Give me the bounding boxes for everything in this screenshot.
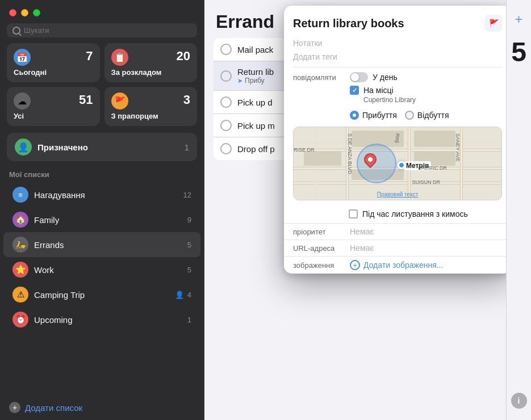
work-name: Work: [34, 265, 187, 275]
assigned-left: 👤 Призначено: [15, 138, 88, 156]
search-bar[interactable]: [7, 23, 197, 37]
camping-icon: ⚠: [12, 287, 28, 303]
my-lists-label: Мої списки: [0, 170, 204, 182]
map-container[interactable]: Метрів S DE ANZA BLVD RISE DR PACIFIC DR…: [293, 127, 502, 200]
notify-day-row: У день: [350, 72, 502, 82]
map-road-2: RISE DR: [294, 147, 315, 153]
close-button[interactable]: [9, 9, 16, 16]
minimize-button[interactable]: [21, 9, 28, 16]
today-count: 7: [86, 49, 93, 64]
correspondence-label: Під час листування з кимось: [362, 209, 468, 219]
all-label: Усі: [14, 112, 93, 120]
notify-content: У день На місці Cupertino Library Прибут…: [350, 72, 502, 120]
notify-day-toggle[interactable]: [350, 72, 368, 82]
location-block: На місці Cupertino Library: [350, 86, 502, 104]
all-icon: ☁: [14, 93, 31, 110]
popup-title: Return library books: [293, 17, 404, 30]
list-item-family[interactable]: 🏠 Family 9: [3, 207, 200, 232]
add-image-plus-icon: +: [350, 260, 360, 270]
main-content: Errand Mail pack Return lib ➤ Прибу Pick…: [204, 0, 506, 420]
camping-name: Camping Trip: [34, 290, 175, 300]
scheduled-icon: 📋: [111, 49, 128, 66]
upcoming-icon: ⏰: [12, 312, 28, 327]
traffic-lights: [0, 0, 204, 21]
add-list-plus-icon: +: [9, 402, 20, 413]
today-label: Сьогодні: [14, 68, 93, 77]
notify-day-label: У день: [373, 73, 398, 82]
flagged-label: З прапорцем: [111, 112, 191, 120]
errands-count: 5: [187, 241, 191, 249]
assigned-label: Призначено: [37, 142, 88, 152]
list-item-errands[interactable]: 🛵 Errands 5: [3, 232, 200, 257]
family-name: Family: [34, 215, 187, 225]
task-checkbox-4[interactable]: [220, 120, 232, 131]
assigned-icon: 👤: [15, 138, 32, 156]
map-road-4: SANEY AVE: [455, 133, 461, 162]
task-checkbox-1[interactable]: [220, 44, 232, 55]
location-checkbox[interactable]: [350, 86, 359, 95]
departure-label: Відбуття: [417, 111, 449, 120]
assigned-row[interactable]: 👤 Призначено 1: [7, 133, 197, 161]
all-count: 51: [79, 93, 93, 107]
upcoming-count: 1: [187, 316, 191, 324]
image-row: зображення + Додати зображення...: [284, 256, 506, 274]
add-list-label: Додати список: [25, 403, 82, 413]
smart-card-scheduled[interactable]: 📋 20 За розкладом: [104, 43, 198, 82]
reminders-name: Нагадування: [34, 190, 183, 200]
priority-label: пріоритет: [293, 228, 344, 236]
camping-count: 4: [187, 291, 191, 299]
list-item-upcoming[interactable]: ⏰ Upcoming 1: [3, 307, 200, 332]
info-button[interactable]: i: [511, 393, 527, 409]
notify-row-container: повідомляти У день На місці Cupertino Li…: [284, 68, 506, 124]
arrival-radio[interactable]: Прибуття: [350, 111, 397, 120]
popup-notes[interactable]: Нотатки: [284, 36, 506, 50]
flagged-count: 3: [183, 93, 190, 107]
reminders-count: 12: [183, 191, 191, 199]
smart-card-all[interactable]: ☁ 51 Усі: [7, 87, 100, 126]
location-notify-label: На місці: [363, 86, 394, 95]
smart-lists: 📅 7 Сьогодні 📋 20 За розкладом ☁ 51 Усі …: [0, 43, 204, 133]
list-items: ≡ Нагадування 12 🏠 Family 9 🛵 Errands 5 …: [0, 182, 204, 395]
task-checkbox-5[interactable]: [220, 143, 232, 154]
popup-tags[interactable]: Додати теги: [284, 50, 506, 67]
assigned-count: 1: [185, 142, 189, 152]
map-legal-text[interactable]: Правовий текст: [377, 191, 418, 198]
priority-value: Немає: [350, 227, 374, 236]
search-icon: [12, 27, 20, 35]
list-item-work[interactable]: ⭐ Work 5: [3, 257, 200, 282]
search-input[interactable]: [24, 26, 191, 35]
errands-name: Errands: [34, 240, 187, 250]
work-count: 5: [187, 266, 191, 274]
location-check-row: На місці: [350, 86, 502, 95]
map-road-3: PACIFIC DR: [419, 165, 447, 171]
map-background: Метрів S DE ANZA BLVD RISE DR PACIFIC DR…: [294, 127, 501, 200]
map-road-6: Reg: [395, 133, 400, 143]
task-checkbox-3[interactable]: [220, 96, 232, 108]
scheduled-label: За розкладом: [111, 68, 191, 77]
reminders-icon: ≡: [12, 187, 28, 203]
arrival-departure: Прибуття Відбуття: [350, 111, 502, 120]
fullscreen-button[interactable]: [33, 9, 40, 16]
camping-badge: 👤 4: [175, 291, 191, 299]
popup-flag-button[interactable]: 🚩: [485, 15, 502, 32]
add-image-label: Додати зображення...: [363, 261, 443, 270]
smart-card-flagged[interactable]: 🚩 3 З прапорцем: [104, 87, 198, 126]
sidebar: 📅 7 Сьогодні 📋 20 За розкладом ☁ 51 Усі …: [0, 0, 204, 420]
task-checkbox-2[interactable]: [220, 70, 232, 82]
upcoming-name: Upcoming: [34, 315, 187, 325]
url-value: Немає: [350, 243, 374, 253]
add-task-button[interactable]: +: [515, 11, 522, 27]
correspondence-checkbox[interactable]: [349, 209, 358, 219]
departure-radio[interactable]: Відбуття: [405, 111, 449, 120]
list-item-camping[interactable]: ⚠ Camping Trip 👤 4: [3, 282, 200, 307]
family-count: 9: [187, 216, 191, 224]
arrival-radio-icon: [350, 111, 359, 120]
smart-card-today[interactable]: 📅 7 Сьогодні: [7, 43, 100, 82]
today-icon: 📅: [14, 49, 31, 66]
detail-popup: Return library books 🚩 Нотатки Додати те…: [284, 6, 506, 274]
image-label: зображення: [293, 261, 344, 270]
list-item-reminders[interactable]: ≡ Нагадування 12: [3, 182, 200, 207]
right-bar: + 5 i: [506, 0, 531, 420]
add-list-row[interactable]: + Додати список: [0, 395, 204, 420]
add-image-button[interactable]: + Додати зображення...: [350, 260, 443, 270]
